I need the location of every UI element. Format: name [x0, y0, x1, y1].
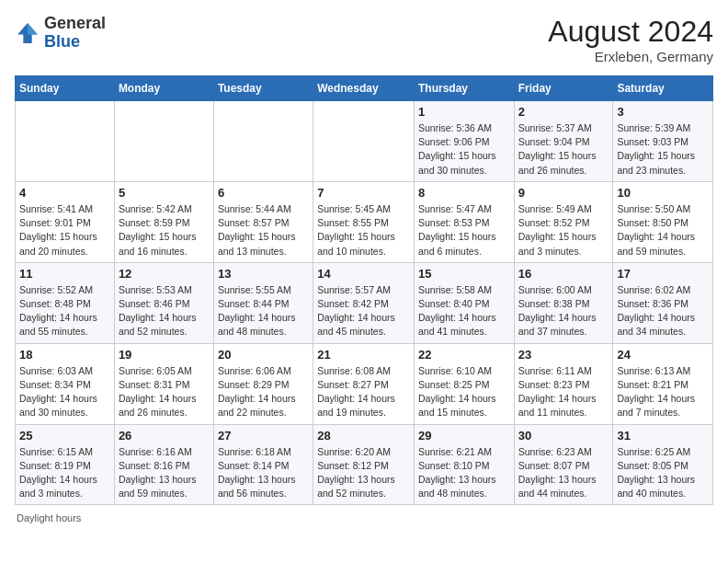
day-info: Sunrise: 6:10 AM Sunset: 8:25 PM Dayligh…	[418, 364, 510, 420]
day-number: 12	[119, 267, 210, 281]
day-info: Sunrise: 6:11 AM Sunset: 8:23 PM Dayligh…	[518, 364, 609, 420]
day-cell	[313, 101, 415, 182]
day-info: Sunrise: 6:02 AM Sunset: 8:36 PM Dayligh…	[617, 283, 709, 339]
day-number: 16	[518, 267, 609, 281]
day-info: Sunrise: 6:05 AM Sunset: 8:31 PM Dayligh…	[119, 364, 210, 420]
day-info: Sunrise: 6:16 AM Sunset: 8:16 PM Dayligh…	[119, 445, 210, 501]
day-number: 2	[518, 105, 609, 119]
day-number: 5	[119, 186, 210, 200]
day-number: 19	[119, 348, 210, 362]
day-info: Sunrise: 5:57 AM Sunset: 8:42 PM Dayligh…	[317, 283, 410, 339]
day-info: Sunrise: 5:36 AM Sunset: 9:06 PM Dayligh…	[418, 121, 510, 178]
week-row-1: 1Sunrise: 5:36 AM Sunset: 9:06 PM Daylig…	[16, 101, 713, 182]
day-cell: 31Sunrise: 6:25 AM Sunset: 8:05 PM Dayli…	[613, 424, 713, 505]
day-info: Sunrise: 5:44 AM Sunset: 8:57 PM Dayligh…	[218, 202, 309, 259]
day-cell: 5Sunrise: 5:42 AM Sunset: 8:59 PM Daylig…	[114, 181, 213, 262]
day-cell	[16, 101, 115, 182]
day-info: Sunrise: 6:08 AM Sunset: 8:27 PM Dayligh…	[317, 364, 410, 420]
day-cell: 8Sunrise: 5:47 AM Sunset: 8:53 PM Daylig…	[414, 181, 514, 262]
day-info: Sunrise: 5:49 AM Sunset: 8:52 PM Dayligh…	[518, 202, 609, 259]
day-cell: 13Sunrise: 5:55 AM Sunset: 8:44 PM Dayli…	[213, 262, 313, 343]
day-number: 14	[317, 267, 410, 281]
day-info: Sunrise: 5:55 AM Sunset: 8:44 PM Dayligh…	[218, 283, 309, 339]
header-row: SundayMondayTuesdayWednesdayThursdayFrid…	[16, 76, 713, 101]
day-cell: 10Sunrise: 5:50 AM Sunset: 8:50 PM Dayli…	[613, 181, 713, 262]
day-number: 4	[19, 186, 110, 200]
day-cell	[114, 101, 213, 182]
day-cell: 22Sunrise: 6:10 AM Sunset: 8:25 PM Dayli…	[414, 343, 514, 424]
week-row-3: 11Sunrise: 5:52 AM Sunset: 8:48 PM Dayli…	[16, 262, 713, 343]
day-cell: 15Sunrise: 5:58 AM Sunset: 8:40 PM Dayli…	[414, 262, 514, 343]
day-cell: 12Sunrise: 5:53 AM Sunset: 8:46 PM Dayli…	[114, 262, 213, 343]
footer-note: Daylight hours	[15, 512, 713, 523]
day-cell: 18Sunrise: 6:03 AM Sunset: 8:34 PM Dayli…	[16, 343, 115, 424]
day-cell: 2Sunrise: 5:37 AM Sunset: 9:04 PM Daylig…	[514, 101, 613, 182]
logo-icon	[15, 20, 40, 46]
day-number: 30	[518, 429, 609, 442]
day-cell: 24Sunrise: 6:13 AM Sunset: 8:21 PM Dayli…	[613, 343, 713, 424]
day-number: 24	[617, 348, 709, 362]
day-cell: 19Sunrise: 6:05 AM Sunset: 8:31 PM Dayli…	[114, 343, 213, 424]
day-info: Sunrise: 6:21 AM Sunset: 8:10 PM Dayligh…	[418, 445, 510, 501]
day-info: Sunrise: 6:18 AM Sunset: 8:14 PM Dayligh…	[218, 445, 309, 501]
day-cell: 21Sunrise: 6:08 AM Sunset: 8:27 PM Dayli…	[313, 343, 415, 424]
day-number: 15	[418, 267, 510, 281]
day-number: 10	[617, 186, 709, 200]
week-row-5: 25Sunrise: 6:15 AM Sunset: 8:19 PM Dayli…	[16, 424, 713, 505]
day-info: Sunrise: 6:25 AM Sunset: 8:05 PM Dayligh…	[617, 445, 709, 501]
day-number: 27	[218, 429, 309, 442]
day-info: Sunrise: 6:03 AM Sunset: 8:34 PM Dayligh…	[19, 364, 110, 420]
day-number: 7	[317, 186, 410, 200]
col-header-monday: Monday	[114, 76, 213, 101]
day-number: 18	[19, 348, 110, 362]
col-header-tuesday: Tuesday	[213, 76, 313, 101]
day-cell: 14Sunrise: 5:57 AM Sunset: 8:42 PM Dayli…	[313, 262, 415, 343]
day-cell: 29Sunrise: 6:21 AM Sunset: 8:10 PM Dayli…	[414, 424, 514, 505]
day-cell: 7Sunrise: 5:45 AM Sunset: 8:55 PM Daylig…	[313, 181, 415, 262]
day-info: Sunrise: 5:52 AM Sunset: 8:48 PM Dayligh…	[19, 283, 110, 339]
day-cell: 11Sunrise: 5:52 AM Sunset: 8:48 PM Dayli…	[16, 262, 115, 343]
month-year: August 2024	[548, 15, 713, 49]
day-cell	[213, 101, 313, 182]
day-info: Sunrise: 5:42 AM Sunset: 8:59 PM Dayligh…	[119, 202, 210, 259]
day-cell: 23Sunrise: 6:11 AM Sunset: 8:23 PM Dayli…	[514, 343, 613, 424]
day-info: Sunrise: 5:37 AM Sunset: 9:04 PM Dayligh…	[518, 121, 609, 178]
day-info: Sunrise: 6:23 AM Sunset: 8:07 PM Dayligh…	[518, 445, 609, 501]
day-cell: 26Sunrise: 6:16 AM Sunset: 8:16 PM Dayli…	[114, 424, 213, 505]
week-row-4: 18Sunrise: 6:03 AM Sunset: 8:34 PM Dayli…	[16, 343, 713, 424]
day-number: 25	[19, 429, 110, 442]
day-cell: 20Sunrise: 6:06 AM Sunset: 8:29 PM Dayli…	[213, 343, 313, 424]
day-cell: 27Sunrise: 6:18 AM Sunset: 8:14 PM Dayli…	[213, 424, 313, 505]
day-info: Sunrise: 5:53 AM Sunset: 8:46 PM Dayligh…	[119, 283, 210, 339]
day-number: 6	[218, 186, 309, 200]
page-header: General Blue August 2024 Erxleben, Germa…	[15, 15, 713, 64]
day-cell: 1Sunrise: 5:36 AM Sunset: 9:06 PM Daylig…	[414, 101, 514, 182]
day-cell: 28Sunrise: 6:20 AM Sunset: 8:12 PM Dayli…	[313, 424, 415, 505]
day-number: 26	[119, 429, 210, 442]
week-row-2: 4Sunrise: 5:41 AM Sunset: 9:01 PM Daylig…	[16, 181, 713, 262]
day-number: 17	[617, 267, 709, 281]
col-header-wednesday: Wednesday	[313, 76, 415, 101]
day-number: 11	[19, 267, 110, 281]
day-info: Sunrise: 5:45 AM Sunset: 8:55 PM Dayligh…	[317, 202, 410, 259]
day-number: 20	[218, 348, 309, 362]
logo: General Blue	[15, 15, 106, 52]
day-info: Sunrise: 6:06 AM Sunset: 8:29 PM Dayligh…	[218, 364, 309, 420]
day-cell: 4Sunrise: 5:41 AM Sunset: 9:01 PM Daylig…	[16, 181, 115, 262]
svg-marker-1	[28, 23, 38, 34]
day-number: 21	[317, 348, 410, 362]
day-number: 22	[418, 348, 510, 362]
day-number: 13	[218, 267, 309, 281]
day-info: Sunrise: 6:13 AM Sunset: 8:21 PM Dayligh…	[617, 364, 709, 420]
day-cell: 17Sunrise: 6:02 AM Sunset: 8:36 PM Dayli…	[613, 262, 713, 343]
col-header-sunday: Sunday	[16, 76, 115, 101]
day-cell: 16Sunrise: 6:00 AM Sunset: 8:38 PM Dayli…	[514, 262, 613, 343]
calendar-table: SundayMondayTuesdayWednesdayThursdayFrid…	[15, 75, 713, 505]
day-info: Sunrise: 5:41 AM Sunset: 9:01 PM Dayligh…	[19, 202, 110, 259]
day-cell: 3Sunrise: 5:39 AM Sunset: 9:03 PM Daylig…	[613, 101, 713, 182]
day-cell: 6Sunrise: 5:44 AM Sunset: 8:57 PM Daylig…	[213, 181, 313, 262]
day-cell: 30Sunrise: 6:23 AM Sunset: 8:07 PM Dayli…	[514, 424, 613, 505]
col-header-thursday: Thursday	[414, 76, 514, 101]
day-info: Sunrise: 6:15 AM Sunset: 8:19 PM Dayligh…	[19, 445, 110, 501]
logo-text: General Blue	[44, 15, 106, 52]
